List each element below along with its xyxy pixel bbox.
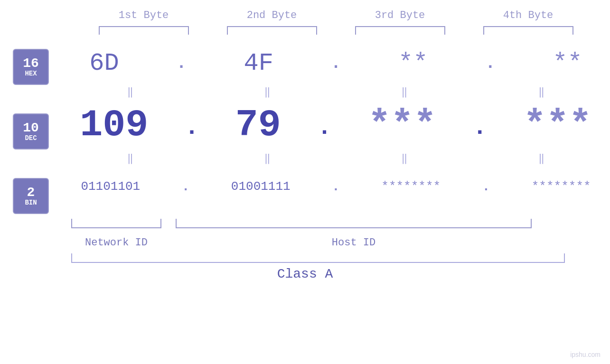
dec-dot-3: . [473, 114, 487, 141]
sep-2: ‖ [215, 85, 319, 98]
sep2-4: ‖ [489, 152, 594, 165]
hex-dot-1: . [174, 54, 188, 73]
hex-byte-3: ** [398, 49, 428, 77]
dec-label: DEC [25, 135, 37, 141]
bin-byte-4: ******** [532, 179, 591, 194]
dec-byte-4: *** [524, 103, 592, 147]
byte-header-4: 4th Byte [476, 9, 581, 21]
sep-1: ‖ [78, 85, 182, 98]
bin-byte-1: 01101101 [81, 179, 140, 194]
class-label: Class A [0, 267, 610, 281]
hex-dot-3: . [483, 54, 497, 73]
bottom-section: Network ID Host ID Class A [0, 219, 610, 281]
dec-badge: 10 DEC [13, 113, 49, 149]
host-id-label: Host ID [176, 237, 532, 249]
bracket-top-2 [227, 26, 317, 35]
labels-column: 16 HEX 10 DEC 2 BIN [0, 39, 62, 214]
hex-label: HEX [25, 70, 37, 77]
bin-badge: 2 BIN [13, 178, 49, 214]
dec-number: 10 [23, 121, 39, 135]
hex-number: 16 [23, 57, 39, 70]
hex-dot-2: . [328, 54, 343, 73]
bracket-top-3 [355, 26, 445, 35]
dec-byte-3: *** [368, 103, 436, 147]
content-area: 16 HEX 10 DEC 2 BIN 6D . 4F . ** . ** [0, 39, 610, 214]
bin-dot-3: . [479, 179, 493, 194]
hex-byte-4: ** [553, 49, 582, 77]
sep-4: ‖ [489, 85, 594, 98]
network-id-label: Network ID [71, 237, 161, 249]
sep-row-2: ‖ ‖ ‖ ‖ [62, 149, 610, 168]
hex-badge: 16 HEX [13, 49, 49, 85]
network-bracket [71, 219, 161, 228]
bin-label: BIN [25, 199, 37, 206]
byte-header-2: 2nd Byte [220, 9, 324, 21]
sep-row-1: ‖ ‖ ‖ ‖ [62, 82, 610, 101]
dec-byte-1: 109 [80, 103, 148, 147]
main-container: 1st Byte 2nd Byte 3rd Byte 4th Byte 16 H… [0, 0, 610, 364]
byte-header-1: 1st Byte [92, 9, 196, 21]
bin-dot-1: . [178, 179, 193, 194]
byte-headers: 1st Byte 2nd Byte 3rd Byte 4th Byte [80, 9, 592, 21]
bin-dot-2: . [329, 179, 343, 194]
dec-byte-2: 79 [235, 103, 281, 147]
bin-byte-2: 01001111 [231, 179, 291, 194]
outer-bracket [71, 253, 565, 263]
dec-dot-2: . [317, 114, 331, 141]
hex-byte-1: 6D [89, 49, 119, 77]
hex-byte-2: 4F [244, 49, 273, 77]
bin-byte-3: ******** [381, 179, 441, 194]
bracket-top-4 [483, 26, 573, 35]
sep2-1: ‖ [78, 152, 182, 165]
bracket-top-1 [99, 26, 189, 35]
bottom-brackets [71, 219, 584, 233]
sep2-2: ‖ [215, 152, 319, 165]
bin-row: 01101101 . 01001111 . ******** . *******… [62, 168, 610, 205]
hex-row: 6D . 4F . ** . ** [62, 44, 610, 82]
host-bracket [176, 219, 532, 228]
id-labels-row: Network ID Host ID [71, 237, 584, 249]
data-grid: 6D . 4F . ** . ** ‖ ‖ ‖ ‖ 109 . 79 . [62, 39, 610, 205]
top-brackets [80, 26, 592, 35]
watermark: ipshu.com [570, 351, 601, 358]
byte-header-3: 3rd Byte [348, 9, 452, 21]
bin-number: 2 [27, 186, 35, 199]
sep-3: ‖ [352, 85, 457, 98]
dec-dot-1: . [185, 114, 199, 141]
sep2-3: ‖ [352, 152, 457, 165]
dec-row: 109 . 79 . *** . *** [62, 101, 610, 149]
